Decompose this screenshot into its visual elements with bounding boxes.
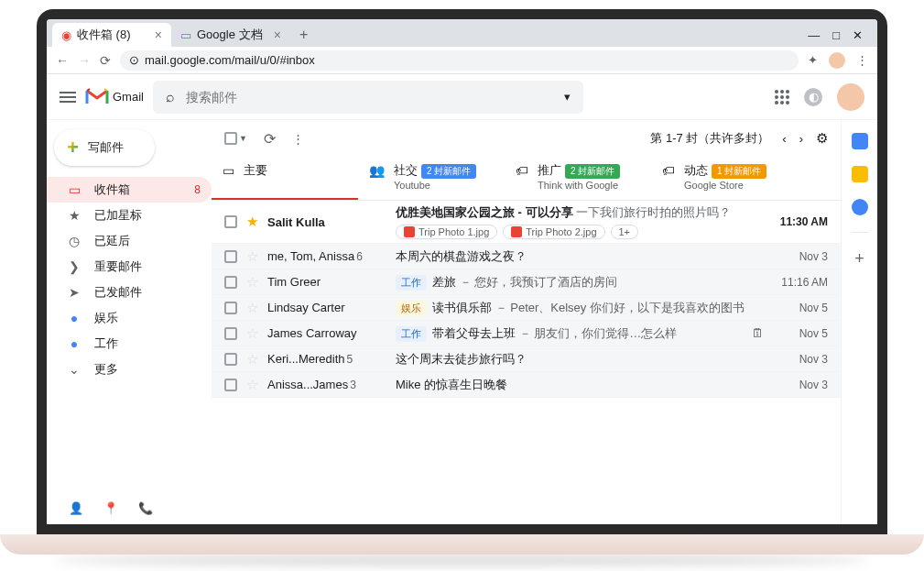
email-subject: 带着父母去上班 <box>432 326 516 340</box>
nav-label: 已发邮件 <box>94 284 142 301</box>
email-subject: 这个周末去徒步旅行吗？ <box>396 352 527 366</box>
search-bar[interactable]: ⌕ ▾ <box>153 81 583 114</box>
compose-button[interactable]: + 写邮件 <box>54 129 155 166</box>
attachment-chip[interactable]: Trip Photo 1.jpg <box>396 225 497 239</box>
label-chip[interactable]: 工作 <box>396 275 427 291</box>
nav-label: 收件箱 <box>94 181 130 198</box>
gmail-header: Gmail ⌕ ▾ ◐ <box>47 74 877 120</box>
gmail-logo[interactable]: Gmail <box>85 88 144 106</box>
url-bar[interactable]: ⊙ mail.google.com/mail/u/0/#inbox <box>120 50 799 71</box>
prev-page-icon[interactable]: ‹ <box>782 132 786 146</box>
refresh-icon[interactable]: ⟳ <box>264 130 276 148</box>
sidebar-item-inbox[interactable]: ▭收件箱8 <box>47 177 212 203</box>
category-tab-inbox[interactable]: ▭主要 <box>212 157 358 200</box>
sidebar: + 写邮件 ▭收件箱8★已加星标◷已延后❯重要邮件➤已发邮件●娱乐●工作⌄更多 … <box>47 120 212 524</box>
maximize-icon[interactable]: □ <box>832 28 840 42</box>
search-options-icon[interactable]: ▾ <box>564 90 571 104</box>
tab-sublabel: Think with Google <box>538 180 620 191</box>
email-row[interactable]: ☆Tim Greer工作差旅 － 您好，我预订了酒店的房间11:16 AM <box>212 269 841 295</box>
close-tab-icon[interactable]: × <box>274 27 281 42</box>
row-checkbox[interactable] <box>224 302 237 314</box>
more-actions-icon[interactable]: ⋮ <box>292 132 304 146</box>
star-icon[interactable]: ★ <box>246 214 258 230</box>
category-tab-updates[interactable]: 🏷动态1 封新邮件Google Store <box>651 157 798 200</box>
email-subject: 优胜美地国家公园之旅 - 可以分享 <box>396 205 573 219</box>
email-subject: 差旅 <box>432 275 456 289</box>
star-icon[interactable]: ☆ <box>246 248 258 265</box>
back-icon[interactable]: ← <box>56 53 69 68</box>
email-date: 11:16 AM <box>773 276 828 289</box>
add-addon-icon[interactable]: + <box>854 249 864 269</box>
phone-icon[interactable]: 📞 <box>138 501 153 515</box>
notifications-icon[interactable]: ◐ <box>804 88 822 106</box>
reload-icon[interactable]: ⟳ <box>100 53 111 68</box>
sidebar-item-important[interactable]: ❯重要邮件 <box>47 254 212 280</box>
more-icon: ⌄ <box>67 362 82 377</box>
browser-tab[interactable]: ▭ Google 文档 × <box>171 23 290 47</box>
compose-label: 写邮件 <box>88 139 124 156</box>
clock-icon: ◷ <box>67 234 82 248</box>
email-row[interactable]: ☆Anissa...James3Mike 的惊喜生日晚餐Nov 3 <box>212 372 841 398</box>
tab-title: Google 文档 <box>197 27 263 43</box>
gmail-m-icon <box>85 88 109 106</box>
account-avatar[interactable] <box>837 83 864 111</box>
tab-label: 推广 <box>538 163 561 177</box>
row-checkbox[interactable] <box>224 250 237 263</box>
address-bar: ← → ⟳ ⊙ mail.google.com/mail/u/0/#inbox … <box>47 47 877 74</box>
row-checkbox[interactable] <box>224 379 237 391</box>
star-icon[interactable]: ☆ <box>246 325 258 342</box>
label-blue-icon: ● <box>67 336 82 351</box>
main-menu-icon[interactable] <box>60 92 76 103</box>
chrome-menu-icon[interactable]: ⋮ <box>856 53 868 67</box>
email-row[interactable]: ☆me, Tom, Anissa6本周六的棋盘游戏之夜？Nov 3 <box>212 244 841 269</box>
sidebar-item-label-blue[interactable]: ●娱乐 <box>47 305 212 331</box>
label-chip[interactable]: 工作 <box>396 326 427 342</box>
email-row[interactable]: ★Salit Kulla优胜美地国家公园之旅 - 可以分享 一下我们旅行时拍的照… <box>212 201 841 244</box>
sidebar-item-more[interactable]: ⌄更多 <box>47 357 212 382</box>
row-checkbox[interactable] <box>224 215 237 228</box>
new-tab-button[interactable]: + <box>290 23 317 47</box>
category-tab-promo[interactable]: 🏷推广2 封新邮件Think with Google <box>505 157 651 200</box>
sidebar-item-star[interactable]: ★已加星标 <box>47 203 212 228</box>
attachment-more[interactable]: 1+ <box>611 225 639 239</box>
label-chip[interactable]: 娱乐 <box>396 301 427 316</box>
sidebar-item-label-blue[interactable]: ●工作 <box>47 331 212 357</box>
email-row[interactable]: ☆James Carroway工作带着父母去上班 － 朋友们，你们觉得…怎么样🗓… <box>212 321 841 346</box>
star-icon[interactable]: ☆ <box>246 274 258 291</box>
chrome-avatar[interactable] <box>829 52 845 69</box>
minimize-icon[interactable]: — <box>808 28 820 42</box>
close-window-icon[interactable]: ✕ <box>853 28 863 42</box>
category-tabs: ▭主要👥社交2 封新邮件Youtube🏷推广2 封新邮件Think with G… <box>212 157 841 201</box>
settings-gear-icon[interactable]: ⚙ <box>816 130 828 147</box>
email-sender: Anissa...James3 <box>267 378 386 391</box>
extensions-icon[interactable]: ✦ <box>808 53 818 67</box>
next-page-icon[interactable]: › <box>799 132 803 146</box>
star-icon[interactable]: ☆ <box>246 377 258 393</box>
email-list: ★Salit Kulla优胜美地国家公园之旅 - 可以分享 一下我们旅行时拍的照… <box>212 201 841 524</box>
email-sender: James Carroway <box>267 326 386 340</box>
select-all[interactable]: ▼ <box>224 132 247 145</box>
row-checkbox[interactable] <box>224 276 237 289</box>
contacts-icon[interactable]: 👤 <box>69 501 83 515</box>
close-tab-icon[interactable]: × <box>155 27 162 42</box>
email-row[interactable]: ☆Lindsay Carter娱乐读书俱乐部 － Peter、Kelsey 你们… <box>212 295 841 321</box>
star-icon[interactable]: ☆ <box>246 300 258 316</box>
sidebar-item-sent[interactable]: ➤已发邮件 <box>47 280 212 305</box>
attachment-chip[interactable]: Trip Photo 2.jpg <box>503 225 604 239</box>
row-checkbox[interactable] <box>224 353 237 366</box>
email-subject: 读书俱乐部 <box>432 301 492 314</box>
category-tab-social[interactable]: 👥社交2 封新邮件Youtube <box>358 157 505 200</box>
location-icon[interactable]: 📍 <box>103 501 118 515</box>
row-checkbox[interactable] <box>224 327 237 340</box>
browser-tab-active[interactable]: ◉ 收件箱 (8) × <box>52 23 171 47</box>
star-icon[interactable]: ☆ <box>246 351 258 368</box>
search-input[interactable] <box>186 90 553 104</box>
calendar-icon[interactable] <box>852 133 868 149</box>
browser-tab-bar: ◉ 收件箱 (8) × ▭ Google 文档 × + — □ ✕ <box>47 19 877 47</box>
email-row[interactable]: ☆Keri...Meredith5这个周末去徒步旅行吗？Nov 3 <box>212 346 841 372</box>
apps-grid-icon[interactable] <box>775 90 789 104</box>
sidebar-item-clock[interactable]: ◷已延后 <box>47 228 212 254</box>
forward-icon[interactable]: → <box>78 53 91 68</box>
keep-icon[interactable] <box>852 166 868 182</box>
tasks-icon[interactable] <box>852 199 868 215</box>
